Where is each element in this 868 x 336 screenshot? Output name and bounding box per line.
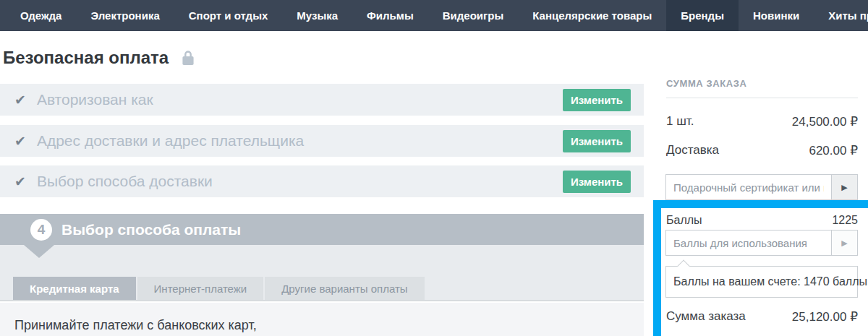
payment-tab-content: Принимайте платежи с банковских карт, xyxy=(0,303,644,336)
nav-item-movies[interactable]: Фильмы xyxy=(352,0,428,31)
tab-credit-card[interactable]: Кредитная карта xyxy=(13,277,136,300)
points-field-group: ▶ xyxy=(665,230,858,256)
checkmark-icon: ✔ xyxy=(14,134,26,148)
points-value: 1225 xyxy=(832,214,858,227)
payment-tab-section: Кредитная карта Интернет-платежи Другие … xyxy=(0,245,644,301)
step-label: Адрес доставки и адрес плательщика xyxy=(37,132,304,150)
step-pointer-arrow xyxy=(24,245,54,258)
nav-item-clothes[interactable]: Одежда xyxy=(6,0,76,31)
active-step-title: Выбор способа оплаты xyxy=(61,221,241,238)
page-header: Безопасная оплата xyxy=(3,48,197,68)
points-apply-button[interactable]: ▶ xyxy=(831,231,857,255)
checkmark-icon: ✔ xyxy=(14,175,26,189)
nav-item-electronics[interactable]: Электроника xyxy=(76,0,174,31)
step-delivery: ✔ Выбор способа доставки Изменить xyxy=(0,165,644,197)
lock-icon xyxy=(179,48,197,67)
active-step-header: 4 Выбор способа оплаты xyxy=(0,214,644,245)
step-label: Выбор способа доставки xyxy=(37,173,213,190)
change-delivery-button[interactable]: Изменить xyxy=(563,171,631,193)
payment-tabs: Кредитная карта Интернет-платежи Другие … xyxy=(13,277,425,300)
points-balance-tooltip: Баллы на вашем счете: 1470 баллы. xyxy=(665,266,858,298)
points-balance-line: Баллы 1225 xyxy=(666,214,858,227)
order-total-line: Сумма заказа 25,120.00 ₽ xyxy=(666,309,858,324)
checkmark-icon: ✔ xyxy=(14,93,26,107)
summary-line-label: 1 шт. xyxy=(666,114,694,129)
step-authorized: ✔ Авторизован как Изменить xyxy=(0,84,644,116)
promo-code-input[interactable] xyxy=(666,175,831,199)
arrow-right-icon: ▶ xyxy=(841,238,847,248)
points-input[interactable] xyxy=(666,231,831,255)
summary-line-items: 1 шт. 24,500.00 ₽ xyxy=(666,114,858,129)
summary-line-shipping: Доставка 620.00 ₽ xyxy=(666,143,858,158)
summary-line-label: Доставка xyxy=(666,143,719,158)
promo-apply-button[interactable]: ▶ xyxy=(831,175,857,199)
order-total-label: Сумма заказа xyxy=(666,309,746,324)
tab-other-payment-options[interactable]: Другие варианты оплаты xyxy=(265,277,424,300)
nav-item-sport[interactable]: Спорт и отдых xyxy=(174,0,283,31)
summary-divider xyxy=(666,98,858,98)
promo-code-field-group: ▶ xyxy=(665,174,858,200)
tab-internet-payments[interactable]: Интернет-платежи xyxy=(137,277,264,300)
nav-item-bestsellers[interactable]: Хиты продаж xyxy=(814,0,868,31)
change-auth-button[interactable]: Изменить xyxy=(563,89,631,111)
step-label: Авторизован как xyxy=(37,91,153,108)
nav-item-new[interactable]: Новинки xyxy=(739,0,814,31)
tooltip-notch xyxy=(678,260,690,272)
change-address-button[interactable]: Изменить xyxy=(563,130,631,152)
arrow-right-icon: ▶ xyxy=(841,183,847,192)
step-address: ✔ Адрес доставки и адрес плательщика Изм… xyxy=(0,125,644,157)
page-title: Безопасная оплата xyxy=(3,48,169,68)
nav-item-stationery[interactable]: Канцелярские товары xyxy=(518,0,666,31)
step-number-badge: 4 xyxy=(30,219,52,241)
summary-line-value: 24,500.00 ₽ xyxy=(792,114,858,129)
nav-item-brands[interactable]: Бренды xyxy=(666,0,739,31)
summary-line-value: 620.00 ₽ xyxy=(809,143,858,158)
points-label: Баллы xyxy=(666,214,702,227)
category-nav: Одежда Электроника Спорт и отдых Музыка … xyxy=(0,0,868,31)
order-total-value: 25,120.00 ₽ xyxy=(792,309,858,324)
checkout-page: Одежда Электроника Спорт и отдых Музыка … xyxy=(0,0,868,336)
nav-item-music[interactable]: Музыка xyxy=(282,0,352,31)
payment-info-text: Принимайте платежи с банковских карт, xyxy=(14,318,257,333)
points-balance-note: Баллы на вашем счете: 1470 баллы. xyxy=(673,275,868,288)
order-summary-title: СУММА ЗАКАЗА xyxy=(666,78,747,89)
nav-item-videogames[interactable]: Видеоигры xyxy=(428,0,519,31)
